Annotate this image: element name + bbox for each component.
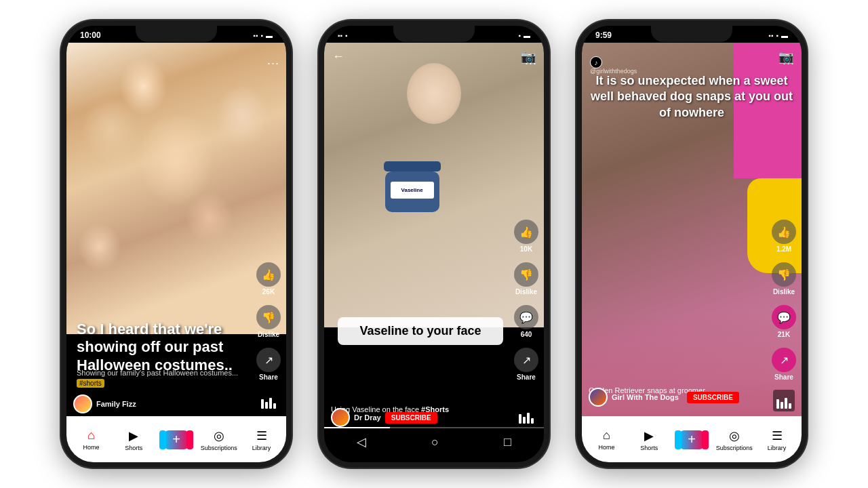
home-icon-3: ⌂ xyxy=(603,428,610,443)
channel-info-3: Girl With The Dogs SUBSCRIBE xyxy=(589,388,739,407)
share-label-2: Share xyxy=(517,373,536,381)
screen-2: ▪▪ ▪ 10:50 ▪ ▬ Vaseline ← 📷 xyxy=(324,26,544,462)
notch-3 xyxy=(651,26,732,42)
dislike-label-1: Dislike xyxy=(258,331,279,338)
nav-create-3[interactable]: + xyxy=(671,430,713,449)
caption-bubble-2: Vaseline to your face xyxy=(338,317,503,345)
thumbs-down-icon-2[interactable]: 👎 xyxy=(514,262,538,287)
dislike-label-3: Dislike xyxy=(773,288,795,296)
like-count-1: 26K xyxy=(262,288,275,296)
actions-sidebar-1: 👍 26K 👎 Dislike ↗ Share xyxy=(256,262,281,381)
phone-3: 9:59 ▪▪ ▪ ▬ It is so unexpected when a s… xyxy=(576,20,807,468)
back-nav-icon[interactable]: ◁ xyxy=(357,434,366,449)
subcaption-1: Showing our family's past Halloween cost… xyxy=(77,368,252,388)
dog-caption-3: It is so unexpected when a sweet well be… xyxy=(589,73,795,121)
screen-1: 10:00 ▪▪ ▪ ▬ ··· 👍 26K 👎 Dislike xyxy=(66,26,286,462)
subscriptions-icon-3: ◎ xyxy=(729,428,740,443)
phone-1: 10:00 ▪▪ ▪ ▬ ··· 👍 26K 👎 Dislike xyxy=(61,20,292,468)
share-label-3: Share xyxy=(774,373,793,381)
library-icon-3: ☰ xyxy=(772,428,783,443)
nav-home-1[interactable]: ⌂ Home xyxy=(70,428,113,451)
bottom-nav-3: ⌂ Home ▶ Shorts + ◎ Subscriptions ☰ Libr… xyxy=(582,416,802,462)
nav-library-1[interactable]: ☰ Library xyxy=(240,428,283,451)
thumbs-up-icon-3[interactable]: 👍 xyxy=(772,220,796,244)
channel-name-3[interactable]: Girl With The Dogs xyxy=(612,393,679,401)
progress-bar-2 xyxy=(324,427,544,428)
actions-sidebar-3: 👍 1.2M 👎 Dislike 💬 21K ↗ Share xyxy=(772,220,796,381)
shorts-icon-1: ▶ xyxy=(129,428,138,443)
nav-home-3[interactable]: ⌂ Home xyxy=(585,428,628,451)
thumbs-down-icon-3[interactable]: 👎 xyxy=(772,262,796,287)
bars-icon-2 xyxy=(515,405,537,426)
three-dots-2[interactable]: ··· xyxy=(525,56,537,70)
jar-lid xyxy=(384,161,441,171)
share-action-1[interactable]: ↗ Share xyxy=(256,348,281,381)
channel-handle-3: @girlwiththedogs xyxy=(590,68,637,75)
nav-create-1[interactable]: + xyxy=(155,430,198,449)
subscribe-btn-2[interactable]: SUBSCRIBE xyxy=(385,412,437,424)
dislike-action-2[interactable]: 👎 Dislike xyxy=(514,262,538,296)
status-icons-2-left: ▪▪ ▪ xyxy=(338,32,348,39)
comment-count-2: 640 xyxy=(521,331,532,338)
thumbs-down-icon-1[interactable]: 👎 xyxy=(256,305,281,329)
nav-subscriptions-1[interactable]: ◎ Subscriptions xyxy=(197,428,240,451)
camera-button-3[interactable]: 📷 xyxy=(778,49,793,64)
progress-fill-2 xyxy=(324,427,390,428)
status-icons-1: ▪▪ ▪ ▬ xyxy=(253,32,273,39)
time-3: 9:59 xyxy=(595,30,612,40)
status-icons-3: ▪▪ ▪ ▬ xyxy=(768,32,788,39)
comment-action-2[interactable]: 💬 640 xyxy=(514,305,538,338)
share-icon-3[interactable]: ↗ xyxy=(772,348,796,372)
notch-2 xyxy=(393,26,475,42)
phone-2: ▪▪ ▪ 10:50 ▪ ▬ Vaseline ← 📷 xyxy=(319,20,549,468)
caption-1: So I heard that we're showing off our pa… xyxy=(77,321,252,374)
dislike-action-1[interactable]: 👎 Dislike xyxy=(256,305,281,338)
channel-name-1[interactable]: Family Fizz xyxy=(96,400,136,408)
nav-shorts-1[interactable]: ▶ Shorts xyxy=(113,428,155,451)
thumbs-up-icon-2[interactable]: 👍 xyxy=(514,220,538,244)
three-dots-1[interactable]: ··· xyxy=(267,56,279,70)
library-icon-1: ☰ xyxy=(256,428,267,443)
comment-action-3[interactable]: 💬 21K xyxy=(772,305,796,338)
like-count-2: 10K xyxy=(520,245,532,253)
jar-body: Vaseline xyxy=(385,171,439,212)
tiktok-logo-3: ♪ xyxy=(590,56,602,68)
back-button-2[interactable]: ← xyxy=(332,49,344,64)
channel-name-2[interactable]: Dr Dray xyxy=(354,413,381,422)
comment-icon-3[interactable]: 💬 xyxy=(772,305,796,329)
family-faces xyxy=(66,43,286,334)
share-icon-2[interactable]: ↗ xyxy=(514,348,538,372)
dislike-action-3[interactable]: 👎 Dislike xyxy=(772,262,796,296)
recents-nav-icon[interactable]: □ xyxy=(504,435,511,449)
thumbs-up-icon-1[interactable]: 👍 xyxy=(256,262,281,287)
like-action-1[interactable]: 👍 26K xyxy=(256,262,281,296)
share-action-3[interactable]: ↗ Share xyxy=(772,348,796,381)
dislike-label-2: Dislike xyxy=(515,288,537,296)
share-action-2[interactable]: ↗ Share xyxy=(514,348,538,381)
comment-icon-2[interactable]: 💬 xyxy=(514,305,538,329)
shorts-icon-3: ▶ xyxy=(644,428,654,443)
share-icon-1[interactable]: ↗ xyxy=(256,348,281,372)
comment-count-3: 21K xyxy=(778,331,790,338)
screen-3: 9:59 ▪▪ ▪ ▬ It is so unexpected when a s… xyxy=(582,26,802,462)
avatar-3 xyxy=(589,388,608,407)
subscribe-btn-3[interactable]: SUBSCRIBE xyxy=(687,392,739,403)
bars-icon-1 xyxy=(258,390,279,411)
bars-icon-3 xyxy=(773,390,795,411)
notch-1 xyxy=(136,26,217,42)
channel-info-1: Family Fizz xyxy=(73,394,136,413)
avatar-1 xyxy=(73,394,92,413)
time-1: 10:00 xyxy=(80,30,101,40)
actions-sidebar-2: 👍 10K 👎 Dislike 💬 640 ↗ Share xyxy=(514,220,538,381)
home-icon-1: ⌂ xyxy=(87,428,95,443)
create-icon-3[interactable]: + xyxy=(679,430,705,449)
share-label-1: Share xyxy=(259,373,278,381)
like-action-3[interactable]: 👍 1.2M xyxy=(772,220,796,253)
like-action-2[interactable]: 👍 10K xyxy=(514,220,538,253)
jar-label: Vaseline xyxy=(391,182,434,199)
home-nav-icon[interactable]: ○ xyxy=(431,435,439,449)
nav-subscriptions-3[interactable]: ◎ Subscriptions xyxy=(713,428,755,451)
nav-library-3[interactable]: ☰ Library xyxy=(755,428,798,451)
nav-shorts-3[interactable]: ▶ Shorts xyxy=(628,428,671,451)
create-icon-1[interactable]: + xyxy=(163,430,189,449)
